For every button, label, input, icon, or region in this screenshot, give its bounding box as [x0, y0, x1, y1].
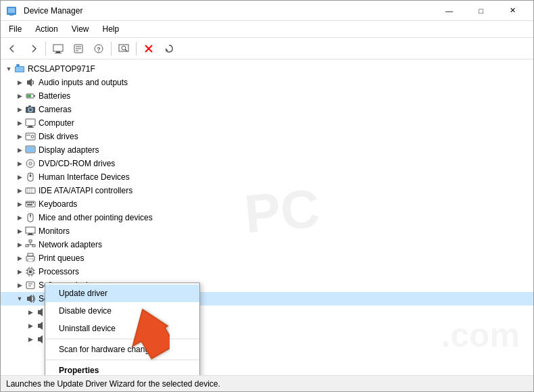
- svg-marker-22: [27, 78, 32, 87]
- svg-rect-6: [55, 53, 62, 53]
- tree-item-cameras[interactable]: ▶ Cameras: [1, 103, 533, 116]
- root-label: RCSLAPTOP971F: [28, 62, 95, 76]
- svg-rect-57: [28, 233, 32, 235]
- expand-display[interactable]: ▶: [14, 145, 25, 155]
- expand-batteries[interactable]: ▶: [14, 91, 25, 101]
- tree-item-ide[interactable]: ▶ IDE ATA/ATAPI controllers: [1, 184, 533, 197]
- svg-rect-68: [29, 270, 32, 273]
- hid-icon: [25, 172, 36, 182]
- computer-label: Computer: [39, 116, 74, 130]
- toolbar-properties[interactable]: [69, 40, 88, 57]
- expand-sound-sub3[interactable]: ▶: [25, 334, 36, 345]
- svg-rect-65: [28, 253, 33, 256]
- toolbar-back[interactable]: [3, 40, 22, 57]
- svg-rect-5: [56, 51, 60, 53]
- ctx-update-driver[interactable]: Update driver: [45, 285, 199, 302]
- svg-rect-31: [27, 127, 34, 128]
- svg-rect-28: [28, 105, 31, 107]
- ctx-uninstall-device[interactable]: Uninstall device: [45, 320, 199, 337]
- expand-software[interactable]: ▶: [14, 280, 25, 291]
- expand-root[interactable]: ▼: [3, 64, 14, 74]
- svg-point-33: [31, 135, 34, 138]
- toolbar-forward[interactable]: [24, 40, 43, 57]
- tree-item-mice[interactable]: ▶ Mice and other pointing devices: [1, 211, 533, 224]
- expand-print[interactable]: ▶: [14, 253, 25, 264]
- window-icon: [6, 5, 17, 16]
- expand-sound[interactable]: ▼: [14, 293, 25, 304]
- svg-text:?: ?: [97, 46, 101, 53]
- software-icon: [25, 280, 36, 291]
- toolbar-sep-1: [45, 42, 46, 55]
- tree-item-audio[interactable]: ▶ Audio inputs and outputs: [1, 76, 533, 89]
- close-button[interactable]: ✕: [497, 3, 528, 18]
- expand-mice[interactable]: ▶: [14, 212, 25, 223]
- tree-item-dvd[interactable]: ▶ DVD/CD-ROM drives: [1, 157, 533, 170]
- tree-item-print[interactable]: ▶ Print queues: [1, 251, 533, 265]
- maximize-button[interactable]: □: [466, 3, 496, 18]
- tree-item-keyboards[interactable]: ▶ Keyboards: [1, 197, 533, 211]
- toolbar-device[interactable]: [49, 40, 68, 57]
- expand-dvd[interactable]: ▶: [14, 158, 25, 169]
- expand-sound-sub1[interactable]: ▶: [25, 307, 36, 318]
- svg-marker-83: [38, 335, 43, 343]
- processors-label: Processors: [39, 265, 79, 278]
- expand-monitors[interactable]: ▶: [14, 226, 25, 237]
- ctx-disable-device[interactable]: Disable device: [45, 302, 199, 320]
- tree-item-disk[interactable]: ▶ Disk drives: [1, 130, 533, 143]
- toolbar-help[interactable]: ?: [89, 40, 108, 57]
- svg-rect-1: [8, 8, 15, 13]
- expand-hid[interactable]: ▶: [14, 172, 25, 182]
- svg-marker-82: [38, 322, 43, 330]
- root-icon: [14, 64, 25, 74]
- toolbar-sep-3: [136, 42, 137, 55]
- svg-rect-43: [26, 188, 35, 193]
- svg-rect-3: [9, 14, 14, 16]
- expand-processors[interactable]: ▶: [14, 266, 25, 277]
- ctx-scan-hardware[interactable]: Scan for hardware changes: [45, 341, 199, 358]
- svg-rect-24: [34, 95, 35, 97]
- minimize-button[interactable]: —: [434, 3, 464, 18]
- tree-item-network[interactable]: ▶ Network adapters: [1, 238, 533, 251]
- ide-label: IDE ATA/ATAPI controllers: [39, 184, 132, 197]
- menu-view[interactable]: View: [66, 22, 95, 36]
- toolbar-remove[interactable]: [139, 40, 158, 57]
- expand-computer[interactable]: ▶: [14, 118, 25, 128]
- tree-item-batteries[interactable]: ▶ Batteries: [1, 89, 533, 103]
- svg-rect-52: [27, 204, 32, 205]
- menu-action[interactable]: Action: [30, 22, 63, 36]
- expand-keyboards[interactable]: ▶: [14, 199, 25, 210]
- svg-rect-30: [28, 126, 32, 127]
- svg-rect-77: [26, 282, 34, 289]
- menu-file[interactable]: File: [3, 22, 27, 36]
- ctx-separator-2: [45, 360, 199, 360]
- tree-item-computer[interactable]: ▶ Computer: [1, 116, 533, 130]
- network-label: Network adapters: [39, 238, 102, 251]
- svg-rect-21: [16, 67, 24, 72]
- toolbar-refresh[interactable]: [160, 40, 178, 57]
- toolbar-scan[interactable]: [114, 40, 133, 57]
- status-bar: Launches the Update Driver Wizard for th…: [1, 375, 533, 391]
- expand-audio[interactable]: ▶: [14, 77, 25, 88]
- expand-sound-sub2[interactable]: ▶: [25, 320, 36, 331]
- tree-item-hid[interactable]: ▶ Human Interface Devices: [1, 170, 533, 184]
- expand-cameras[interactable]: ▶: [14, 104, 25, 115]
- expand-disk[interactable]: ▶: [14, 131, 25, 142]
- svg-marker-18: [166, 48, 168, 51]
- svg-rect-58: [27, 235, 34, 235]
- computer-icon: [25, 118, 36, 128]
- disk-icon: [25, 131, 36, 142]
- disk-label: Disk drives: [39, 130, 78, 143]
- tree-item-display[interactable]: ▶ Display adapters: [1, 143, 533, 157]
- expand-network[interactable]: ▶: [14, 239, 25, 250]
- print-icon: [25, 253, 36, 264]
- svg-rect-51: [32, 202, 34, 203]
- expand-ide[interactable]: ▶: [14, 185, 25, 196]
- mice-label: Mice and other pointing devices: [39, 211, 153, 224]
- ctx-properties[interactable]: Properties: [45, 362, 199, 375]
- svg-marker-81: [38, 308, 43, 316]
- main-content[interactable]: PC .com ▼ RCSLAPTOP971F ▶: [1, 59, 533, 375]
- tree-root[interactable]: ▼ RCSLAPTOP971F: [1, 62, 533, 76]
- tree-item-processors[interactable]: ▶ Processors: [1, 265, 533, 278]
- menu-help[interactable]: Help: [97, 22, 125, 36]
- tree-item-monitors[interactable]: ▶ Monitors: [1, 224, 533, 238]
